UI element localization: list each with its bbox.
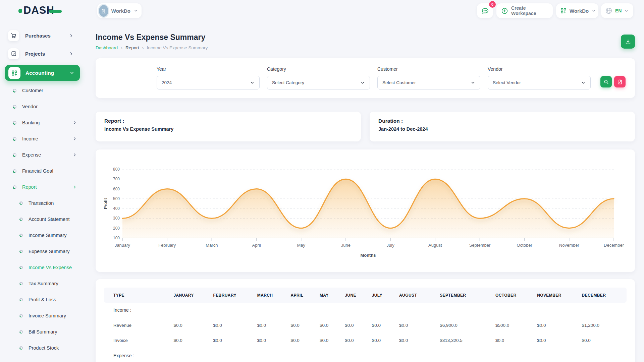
row-value-cell: $0.0	[255, 318, 288, 333]
sidebar-item-tax-summary[interactable]: Tax Summary	[0, 276, 84, 292]
sidebar-item-label: Income Summary	[29, 233, 84, 238]
svg-text:August: August	[428, 243, 442, 248]
workspace-menu-label: WorkDo	[570, 8, 589, 14]
bullet-icon	[19, 330, 23, 334]
messages-button[interactable]: 0	[477, 3, 493, 18]
sidebar-item-report[interactable]: Report	[0, 179, 84, 195]
sidebar-item-expense[interactable]: Expense	[0, 147, 84, 163]
sidebar-item-label: Tax Summary	[29, 281, 84, 286]
year-filter: Year 2024	[157, 66, 260, 98]
vendor-select[interactable]: Select Vendor	[488, 76, 591, 89]
language-selector[interactable]: EN	[601, 3, 633, 18]
income-expense-table: TYPEJANUARYFEBRUARYMARCHAPRILMAYJUNEJULY…	[104, 288, 627, 362]
create-workspace-button[interactable]: Create Workspace	[496, 3, 553, 18]
sidebar-item-invoice-summary[interactable]: Invoice Summary	[0, 308, 84, 324]
row-value-cell: $0.0	[534, 318, 579, 333]
row-value-cell: $0.0	[171, 333, 210, 348]
filter-card: Year 2024 Category Select Category Custo…	[96, 58, 635, 98]
sidebar-item-product-stock[interactable]: Product Stock	[0, 340, 84, 356]
chevron-right-icon	[69, 33, 74, 38]
chevron-down-icon	[471, 80, 475, 85]
brand-logo[interactable]: DASH	[18, 5, 62, 15]
sidebar-item-financial-goal[interactable]: Financial Goal	[0, 163, 84, 179]
duration-card-value: Jan-2024 to Dec-2024	[378, 126, 626, 132]
sidebar-item-customer[interactable]: Customer	[0, 82, 84, 99]
row-value-cell: $1,200.0	[579, 318, 627, 333]
breadcrumb-report[interactable]: Report	[125, 45, 139, 50]
row-value-cell: $313,320.5	[437, 333, 493, 348]
apply-filter-button[interactable]	[600, 76, 612, 87]
sidebar-item-label: Transaction	[29, 200, 84, 206]
svg-text:October: October	[517, 243, 533, 248]
year-select[interactable]: 2024	[157, 76, 260, 89]
bullet-icon	[13, 137, 16, 141]
income-expense-table-card: TYPEJANUARYFEBRUARYMARCHAPRILMAYJUNEJULY…	[96, 279, 635, 362]
category-filter: Category Select Category	[267, 66, 370, 98]
table-header-cell: DECEMBER	[579, 288, 627, 303]
building-icon	[99, 5, 108, 17]
breadcrumb-dashboard[interactable]: Dashboard	[96, 45, 118, 50]
customer-select[interactable]: Select Customer	[377, 76, 480, 89]
table-section-label: Expense :	[104, 348, 627, 362]
chevron-down-icon	[133, 8, 138, 13]
sidebar-item-accounting[interactable]: Accounting	[5, 65, 80, 81]
sidebar-item-transaction[interactable]: Transaction	[0, 195, 84, 211]
table-header-cell: SEPTEMBER	[437, 288, 493, 303]
sidebar-item-label: Report	[22, 184, 72, 190]
language-code: EN	[615, 8, 622, 13]
download-button[interactable]	[621, 35, 635, 49]
workspace-selector[interactable]: WorkDo	[97, 3, 142, 18]
table-header-cell: OCTOBER	[493, 288, 534, 303]
sidebar-item-account-statement[interactable]: Account Statement	[0, 211, 84, 227]
category-label: Category	[267, 66, 370, 72]
chevron-down-icon	[581, 80, 586, 85]
sidebar-item-bill-summary[interactable]: Bill Summary	[0, 324, 84, 340]
row-type: Invoice	[104, 333, 171, 348]
report-card-value: Income Vs Expense Summary	[104, 126, 352, 132]
row-value-cell: $0.0	[288, 318, 317, 333]
sidebar-item-projects[interactable]: Projects	[4, 46, 80, 61]
bullet-icon	[19, 346, 23, 350]
cart-icon	[8, 30, 19, 41]
table-header-cell: TYPE	[104, 288, 171, 303]
sidebar-item-purchases[interactable]: Purchases	[4, 28, 80, 43]
filter-actions	[600, 76, 626, 98]
sidebar-item-label: Expense	[22, 152, 72, 158]
svg-text:500: 500	[113, 196, 120, 201]
table-header-cell: JULY	[369, 288, 396, 303]
svg-text:November: November	[559, 243, 580, 248]
sidebar-item-label: Account Statement	[29, 217, 84, 222]
sidebar-item-cash-flow[interactable]: Cash Flow	[0, 356, 84, 362]
sidebar-item-income[interactable]: Income	[0, 131, 84, 147]
chevron-right-icon	[69, 51, 74, 56]
row-value-cell: $0.0	[579, 333, 627, 348]
row-value-cell: $0.0	[288, 333, 317, 348]
sidebar-item-banking[interactable]: Banking	[0, 115, 84, 131]
sidebar-item-label: Expense Summary	[29, 249, 84, 254]
bullet-icon	[13, 105, 16, 109]
chevron-right-icon	[72, 185, 77, 189]
row-value-cell: $0.0	[396, 333, 437, 348]
logo-dash-icon	[49, 10, 62, 13]
bullet-icon	[19, 282, 23, 285]
sidebar-item-expense-summary[interactable]: Expense Summary	[0, 243, 84, 259]
sidebar-item-label: Financial Goal	[22, 168, 84, 174]
row-value-cell: $0.0	[317, 318, 342, 333]
topbar: DASH WorkDo 0 Create Workspace	[0, 0, 644, 21]
sidebar-item-vendor[interactable]: Vendor	[0, 99, 84, 115]
sidebar-item-label: Banking	[22, 120, 72, 125]
chevron-down-icon	[624, 9, 629, 13]
sidebar-item-income-summary[interactable]: Income Summary	[0, 227, 84, 243]
workspace-menu-button[interactable]: WorkDo	[556, 3, 598, 18]
table-section-row: Expense :	[104, 348, 627, 362]
grid-plus-icon	[8, 67, 20, 79]
sidebar-item-profit-loss[interactable]: Profit & Loss	[0, 292, 84, 308]
reset-filter-button[interactable]	[614, 76, 626, 87]
bullet-icon	[19, 250, 23, 253]
sidebar-item-label: Purchases	[25, 33, 69, 39]
category-select[interactable]: Select Category	[267, 76, 370, 89]
sidebar-item-income-vs-expense[interactable]: Income Vs Expense	[0, 259, 84, 276]
vendor-label: Vendor	[488, 66, 591, 72]
customer-filter: Customer Select Customer	[377, 66, 480, 98]
customer-select-value: Select Customer	[382, 80, 416, 85]
